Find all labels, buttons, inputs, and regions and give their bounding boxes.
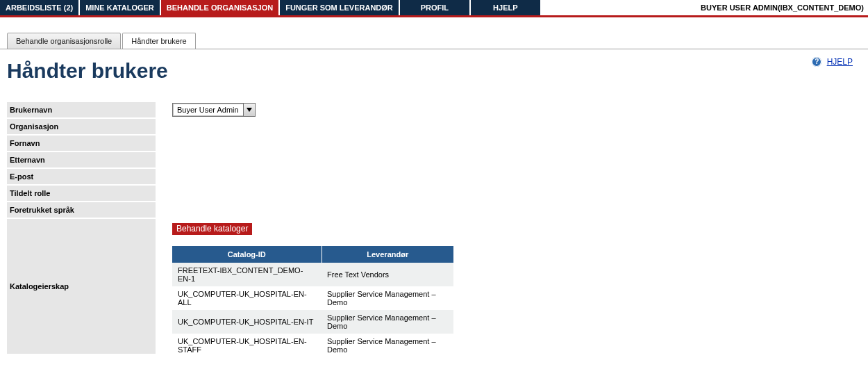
cell-vendor: Supplier Service Management – Demo [322,286,453,310]
col-leverandor: Leverandør [322,246,453,263]
help-link[interactable]: HJELP [827,57,853,67]
field-row-foretrukket-sprak: Foretrukket språk [7,202,868,218]
nav-worklist[interactable]: ARBEIDSLISTE (2) [0,0,78,15]
field-row-fornavn: Fornavn [7,136,868,151]
nav-my-catalogs[interactable]: MINE KATALOGER [80,0,160,15]
cell-vendor: Supplier Service Management – Demo [322,310,453,334]
label-foretrukket-sprak: Foretrukket språk [7,202,156,218]
cell-catalog-id: FREETEXT-IBX_CONTENT_DEMO-EN-1 [172,263,322,286]
table-row: FREETEXT-IBX_CONTENT_DEMO-EN-1 Free Text… [172,263,453,286]
tab-manage-users[interactable]: Håndter brukere [122,33,196,49]
label-epost: E-post [7,169,156,184]
help-box: ? HJELP [812,56,853,67]
cell-vendor: Free Text Vendors [322,263,453,286]
cell-vendor: Supplier Service Management – Demo [322,334,453,357]
top-nav: ARBEIDSLISTE (2) MINE KATALOGER BEHANDLE… [0,0,868,17]
brukernavn-selected-value: Buyer User Admin [173,106,243,114]
page-title: Håndter brukere [7,59,868,83]
help-icon: ? [812,57,821,67]
label-fornavn: Fornavn [7,136,156,151]
cell-catalog-id: UK_COMPUTER-UK_HOSPITAL-EN-ALL [172,286,322,310]
nav-manage-organisation[interactable]: BEHANDLE ORGANISASJON [161,0,278,15]
field-row-organisasjon: Organisasjon [7,119,868,134]
chevron-down-icon [243,104,255,116]
label-etternavn: Etternavn [7,152,156,167]
cell-catalog-id: UK_COMPUTER-UK_HOSPITAL-EN-STAFF [172,334,322,357]
field-row-brukernavn: Brukernavn Buyer User Admin [7,102,868,117]
table-row: UK_COMPUTER-UK_HOSPITAL-EN-IT Supplier S… [172,310,453,334]
nav-help[interactable]: HJELP [471,0,540,15]
brukernavn-dropdown[interactable]: Buyer User Admin [172,103,256,117]
tab-manage-org-role[interactable]: Behandle organisasjonsrolle [7,33,121,49]
user-form: Brukernavn Buyer User Admin Organisasjon… [7,102,868,357]
catalog-section: Katalogeierskap Behandle kataloger Catal… [7,219,868,357]
label-tildelt-rolle: Tildelt rolle [7,186,156,201]
label-brukernavn: Brukernavn [7,102,156,117]
nav-profile[interactable]: PROFIL [400,0,469,15]
sub-tabs: Behandle organisasjonsrolle Håndter bruk… [7,33,868,49]
field-row-epost: E-post [7,169,868,184]
catalog-table: Catalog-ID Leverandør FREETEXT-IBX_CONTE… [172,246,453,357]
catalog-section-heading: Behandle kataloger [172,223,252,235]
col-catalog-id: Catalog-ID [172,246,322,263]
current-user-label: BUYER USER ADMIN(IBX_CONTENT_DEMO) [701,0,864,15]
table-row: UK_COMPUTER-UK_HOSPITAL-EN-ALL Supplier … [172,286,453,310]
nav-act-as-supplier[interactable]: FUNGER SOM LEVERANDØR [280,0,399,15]
svg-marker-0 [247,108,252,112]
cell-catalog-id: UK_COMPUTER-UK_HOSPITAL-EN-IT [172,310,322,334]
label-organisasjon: Organisasjon [7,119,156,134]
label-katalogeierskap: Katalogeierskap [7,219,156,354]
table-row: UK_COMPUTER-UK_HOSPITAL-EN-STAFF Supplie… [172,334,453,357]
field-row-etternavn: Etternavn [7,152,868,167]
catalog-header-row: Catalog-ID Leverandør [172,246,453,263]
field-row-tildelt-rolle: Tildelt rolle [7,186,868,201]
